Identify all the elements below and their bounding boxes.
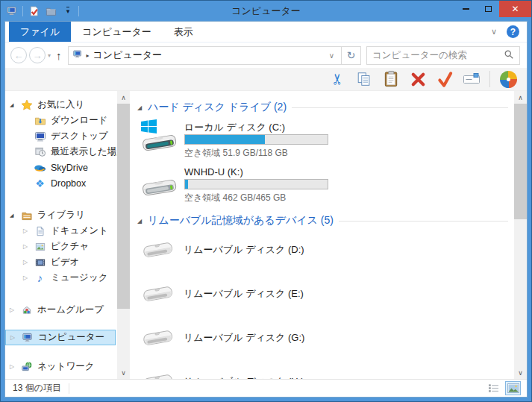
drive-free-space: 空き領域 462 GB/465 GB xyxy=(184,192,328,204)
content-scroll-thumb[interactable] xyxy=(514,104,527,219)
hard-drive-icon xyxy=(141,121,178,155)
maximize-button[interactable] xyxy=(477,1,499,17)
sidebar-item-network[interactable]: ▷ ネットワーク xyxy=(5,359,117,374)
scroll-down-icon[interactable]: ∨ xyxy=(117,366,130,379)
expander-collapsed-icon[interactable]: ▷ xyxy=(23,227,34,234)
rename-button[interactable] xyxy=(463,70,481,88)
removable-disk-icon xyxy=(141,326,175,350)
sidebar-scrollbar[interactable]: ∧ ∨ xyxy=(117,91,130,379)
device-name: リムーバブル ディスク (D:) xyxy=(184,243,304,257)
thumbnail-view-button[interactable] xyxy=(505,381,521,395)
breadcrumb-computer-icon xyxy=(72,49,83,61)
confirm-button[interactable] xyxy=(436,70,454,88)
star-icon xyxy=(20,99,33,111)
video-icon xyxy=(34,257,46,268)
new-folder-icon[interactable] xyxy=(44,4,57,18)
device-name: リムーバブル ディスク (E:) xyxy=(184,287,304,301)
expander-collapsed-icon[interactable]: ▷ xyxy=(10,334,21,341)
scroll-up-icon[interactable]: ∧ xyxy=(117,91,130,104)
expander-collapsed-icon[interactable]: ▷ xyxy=(10,363,20,370)
expander-expanded-icon[interactable]: ◢ xyxy=(10,102,20,108)
caption-buttons: ✕ xyxy=(454,1,531,17)
sidebar-item-libraries[interactable]: ◢ ライブラリ xyxy=(5,207,117,223)
sidebar-item-homegroup[interactable]: ▷ ホームグループ xyxy=(5,302,117,318)
up-button[interactable]: ↑ xyxy=(56,49,62,62)
content-scrollbar[interactable]: ∧ ∨ xyxy=(514,91,527,379)
device-item-e[interactable]: リムーバブル ディスク (E:) xyxy=(141,281,511,307)
sidebar-item-pictures[interactable]: ▷ ピクチャ xyxy=(5,239,117,254)
drive-item-c[interactable]: ローカル ディスク (C:) 空き領域 51.9 GB/118 GB xyxy=(141,121,511,160)
drive-info: ローカル ディスク (C:) 空き領域 51.9 GB/118 GB xyxy=(184,121,328,160)
tab-view[interactable]: 表示 xyxy=(163,22,204,42)
sidebar-item-downloads[interactable]: ダウンロード xyxy=(5,113,117,128)
paste-button[interactable] xyxy=(382,70,400,88)
window-title: コンピューター xyxy=(1,4,531,18)
sidebar-scroll-track[interactable] xyxy=(117,104,130,366)
tab-computer[interactable]: コンピューター xyxy=(71,22,163,42)
group-title[interactable]: リムーバブル記憶域があるデバイス (5) xyxy=(148,214,334,227)
sidebar-item-recent-places[interactable]: 最近表示した場所 xyxy=(5,144,117,160)
expander-expanded-icon[interactable]: ◢ xyxy=(10,213,20,219)
group-header-hard-disks[interactable]: ◢ ハード ディスク ドライブ (2) xyxy=(137,101,511,114)
qat-customize-dropdown-icon[interactable]: ▾ xyxy=(61,4,75,18)
copy-button[interactable] xyxy=(355,70,373,88)
download-folder-icon xyxy=(34,115,46,127)
drive-name: ローカル ディスク (C:) xyxy=(184,121,328,134)
sidebar-item-skydrive[interactable]: SkyDrive xyxy=(5,160,117,175)
device-item-d[interactable]: リムーバブル ディスク (D:) xyxy=(141,237,511,263)
history-chevron-icon[interactable]: ▾ xyxy=(48,52,51,59)
expander-collapsed-icon[interactable]: ▷ xyxy=(23,274,34,281)
group-expander-icon[interactable]: ◢ xyxy=(137,104,148,111)
breadcrumb-segment[interactable]: コンピューター xyxy=(93,48,163,62)
address-bar-row: ← → ▾ ↑ ▸ コンピューター ∨ ↻ xyxy=(5,43,527,68)
group-title[interactable]: ハード ディスク ドライブ (2) xyxy=(148,101,287,114)
ribbon-expand-chevron-icon[interactable]: ∨ xyxy=(491,27,497,37)
sidebar-item-videos[interactable]: ▷ ビデオ xyxy=(5,254,117,270)
sidebar-item-music[interactable]: ▷ ♪ ミュージック xyxy=(5,270,117,286)
refresh-button[interactable]: ↻ xyxy=(341,46,361,65)
address-bar[interactable]: ▸ コンピューター ∨ xyxy=(68,46,342,65)
scroll-up-icon[interactable]: ∧ xyxy=(514,91,527,104)
minimize-icon xyxy=(463,8,469,10)
drive-item-k[interactable]: WNHD-U (K:) 空き領域 462 GB/465 GB xyxy=(141,166,511,204)
sidebar-item-documents[interactable]: ▷ ドキュメント xyxy=(5,223,117,239)
device-item-h[interactable]: リムーバブル ディスク (H:) xyxy=(141,369,511,379)
expander-collapsed-icon[interactable]: ▷ xyxy=(23,243,34,250)
drive-usage-fill xyxy=(185,180,188,189)
sidebar-item-desktop[interactable]: デスクトップ xyxy=(5,128,117,144)
sidebar-scroll-thumb[interactable] xyxy=(117,104,130,309)
close-button[interactable]: ✕ xyxy=(499,1,531,17)
drive-usage-bar xyxy=(184,179,328,189)
forward-button[interactable]: → xyxy=(29,47,46,63)
help-button[interactable]: ? xyxy=(507,25,519,38)
sidebar-item-dropbox[interactable]: ❖ Dropbox xyxy=(5,175,117,191)
tab-file[interactable]: ファイル xyxy=(9,22,71,42)
sidebar-item-label: ネットワーク xyxy=(37,360,94,373)
device-name: リムーバブル ディスク (G:) xyxy=(184,331,304,345)
search-icon[interactable] xyxy=(504,49,514,62)
minimize-button[interactable] xyxy=(454,1,477,17)
cut-button[interactable]: ✂ xyxy=(328,70,346,88)
delete-button[interactable] xyxy=(409,70,427,88)
expander-collapsed-icon[interactable]: ▷ xyxy=(23,259,34,266)
item-count: 13 個の項目 xyxy=(5,382,69,395)
scroll-down-icon[interactable]: ∨ xyxy=(514,366,527,379)
pinwheel-button[interactable] xyxy=(499,70,517,88)
sidebar-item-favorites[interactable]: ◢ お気に入り xyxy=(5,97,117,113)
sidebar-item-computer[interactable]: ▷ コンピューター xyxy=(5,330,116,345)
system-menu-computer-icon[interactable] xyxy=(5,4,19,18)
pinwheel-icon xyxy=(500,71,517,88)
device-item-g[interactable]: リムーバブル ディスク (G:) xyxy=(141,325,511,351)
search-input[interactable] xyxy=(372,50,504,60)
details-view-button[interactable] xyxy=(486,381,501,395)
properties-document-check-icon[interactable] xyxy=(27,4,40,18)
group-expander-icon[interactable]: ◢ xyxy=(137,218,148,224)
expander-collapsed-icon[interactable]: ▷ xyxy=(10,307,20,313)
back-button[interactable]: ← xyxy=(10,47,27,63)
address-dropdown-chevron-icon[interactable]: ∨ xyxy=(322,51,341,60)
content-scroll-track[interactable] xyxy=(514,104,527,366)
group-header-removable[interactable]: ◢ リムーバブル記憶域があるデバイス (5) xyxy=(137,214,511,227)
sidebar-item-label: ビデオ xyxy=(51,256,79,268)
drive-usage-bar xyxy=(184,134,328,145)
recent-places-icon xyxy=(34,146,46,158)
